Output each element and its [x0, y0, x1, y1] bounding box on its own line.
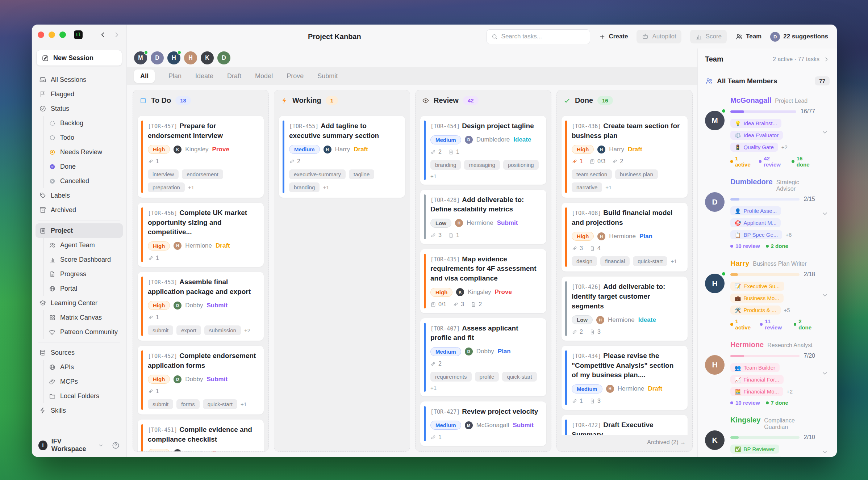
sidebar-item-project[interactable]: Project — [36, 223, 123, 238]
forward-button[interactable] — [113, 31, 121, 39]
skill-badge[interactable]: 👥Team Builder — [730, 363, 780, 372]
chevron-down-icon[interactable] — [820, 416, 830, 457]
task-card[interactable]: [TOR-454]Design project taglineMediumDDu… — [420, 116, 546, 185]
task-card[interactable]: [TOR-434]Please revise the "Competitive … — [562, 346, 688, 410]
team-button[interactable]: Team — [735, 33, 761, 40]
tag-pill[interactable]: preparation — [148, 182, 185, 192]
sidebar-item-agent-team[interactable]: Agent Team — [45, 238, 123, 252]
team-member-dumbledore[interactable]: DDumbledoreStrategic Advisor2/15👤Profile… — [705, 172, 830, 253]
tag-pill[interactable]: positioning — [503, 160, 539, 170]
tag-pill[interactable]: submit — [148, 325, 173, 335]
score-button[interactable]: Score — [690, 30, 727, 43]
skill-badge[interactable]: ⚖️Idea Evaluator — [730, 131, 783, 140]
sidebar-item-cancelled[interactable]: Cancelled — [45, 174, 123, 188]
task-card[interactable]: [TOR-426]Add deliverable to: Identify ta… — [562, 277, 688, 341]
avatar-harry[interactable]: H — [167, 51, 181, 65]
team-member-hermione[interactable]: HHermioneResearch Analyst7/20👥Team Build… — [705, 335, 830, 410]
tag-pill[interactable]: quick-start — [203, 399, 237, 409]
team-member-kingsley[interactable]: KKingsleyCompliance Guardian2/10✅BP Revi… — [705, 410, 830, 457]
task-card[interactable]: [TOR-407]Assess applicant profile and fi… — [420, 318, 546, 396]
sidebar-item-flagged[interactable]: Flagged — [36, 87, 123, 101]
tag-pill[interactable]: business plan — [615, 169, 658, 179]
tab-draft[interactable]: Draft — [227, 72, 241, 80]
avatar-dumbledore[interactable]: D — [150, 51, 164, 65]
tag-pill[interactable]: submit — [148, 399, 173, 409]
tab-plan[interactable]: Plan — [168, 72, 181, 80]
team-member-mcgonagall[interactable]: MMcGonagallProject Lead16/77💡Idea Brains… — [705, 90, 830, 172]
zoom-window-button[interactable] — [59, 31, 66, 38]
sidebar-item-learning-center[interactable]: Learning Center — [36, 296, 123, 310]
tag-pill[interactable]: submission — [204, 325, 241, 335]
search-input[interactable] — [501, 33, 585, 40]
avatar-dobby[interactable]: D — [217, 51, 231, 65]
tag-pill[interactable]: narrative — [572, 182, 602, 192]
tag-pill[interactable]: branding — [289, 182, 320, 192]
sidebar-item-labels[interactable]: Labels — [36, 188, 123, 203]
sidebar-item-portal[interactable]: Portal — [45, 281, 123, 296]
chevron-down-icon[interactable] — [820, 178, 830, 249]
sidebar-item-local-folders[interactable]: Local Folders — [45, 389, 123, 403]
skill-badge[interactable]: 🧮Financial Mo... — [730, 387, 783, 396]
sidebar-item-archived[interactable]: Archived — [36, 203, 123, 217]
back-button[interactable] — [99, 31, 107, 39]
tag-pill[interactable]: interview — [148, 169, 179, 179]
tab-prove[interactable]: Prove — [287, 72, 304, 80]
create-button[interactable]: Create — [599, 33, 628, 40]
sidebar-item-patreon-community[interactable]: Patreon Community — [45, 325, 123, 339]
skill-badge[interactable]: 💡Idea Brainst... — [730, 119, 781, 128]
tag-pill[interactable]: executive-summary — [289, 169, 346, 179]
team-member-harry[interactable]: HHarryBusiness Plan Writer2/18📝Executive… — [705, 253, 830, 335]
sidebar-item-sources[interactable]: Sources — [36, 345, 123, 360]
task-card[interactable]: [TOR-427]Review project velocityMediumMM… — [420, 401, 546, 446]
workspace-footer[interactable]: I IFV Workspace — [36, 434, 123, 457]
sidebar-item-all-sessions[interactable]: All Sessions — [36, 72, 123, 87]
avatar-kingsley[interactable]: K — [200, 51, 214, 65]
task-card[interactable]: [TOR-457]Prepare for endorsement intervi… — [138, 116, 264, 198]
tag-pill[interactable]: design — [572, 256, 597, 266]
close-window-button[interactable] — [38, 31, 44, 38]
search-box[interactable] — [487, 29, 590, 44]
tag-pill[interactable]: financial — [600, 256, 630, 266]
tab-model[interactable]: Model — [255, 72, 273, 80]
sidebar-item-mcps[interactable]: MCPs — [45, 374, 123, 389]
tag-pill[interactable]: team section — [572, 169, 612, 179]
chevron-down-icon[interactable] — [820, 341, 830, 406]
all-team-members-row[interactable]: All Team Members 77 — [698, 70, 837, 89]
tag-pill[interactable]: export — [176, 325, 201, 335]
task-card[interactable]: [TOR-456]Complete UK market opportunity … — [138, 203, 264, 267]
sidebar-item-status[interactable]: Status — [36, 101, 123, 116]
sidebar-item-done[interactable]: Done — [45, 159, 123, 174]
task-card[interactable]: [TOR-428]Add deliverable to: Define scal… — [420, 190, 546, 244]
tab-ideate[interactable]: Ideate — [195, 72, 213, 80]
skill-badge[interactable]: 🚦Quality Gate — [730, 143, 778, 152]
sidebar-item-matrix-canvas[interactable]: Matrix Canvas — [45, 310, 123, 325]
task-card[interactable]: [TOR-422]Draft Executive SummaryMediumMM… — [562, 415, 688, 435]
tag-pill[interactable]: endorsement — [182, 169, 223, 179]
tab-all[interactable]: All — [134, 70, 155, 83]
new-session-button[interactable]: New Session — [36, 50, 122, 66]
skill-badge[interactable]: 🎯Applicant M... — [730, 218, 781, 227]
minimize-window-button[interactable] — [49, 31, 55, 38]
sidebar-item-score-dashboard[interactable]: Score Dashboard — [45, 252, 123, 267]
tag-pill[interactable]: forms — [176, 399, 200, 409]
autopilot-button[interactable]: Autopilot — [637, 30, 681, 43]
tag-pill[interactable]: quick-start — [502, 372, 537, 382]
tag-pill[interactable]: branding — [430, 160, 461, 170]
sidebar-item-skills[interactable]: Skills — [36, 403, 123, 418]
skill-badge[interactable]: 📜Compliance ... — [730, 456, 783, 457]
task-card[interactable]: [TOR-451]Compile evidence and compliance… — [138, 420, 264, 451]
skill-badge[interactable]: 📈Financial For... — [730, 375, 784, 384]
help-icon[interactable] — [112, 441, 120, 450]
skill-badge[interactable]: ✅BP Reviewer — [730, 445, 779, 454]
sidebar-item-progress[interactable]: Progress — [45, 267, 123, 281]
avatar-mcgonagall[interactable]: M — [133, 51, 148, 65]
tag-pill[interactable]: tagline — [349, 169, 374, 179]
suggestions-button[interactable]: D 22 suggestions — [770, 32, 828, 42]
chevron-down-icon[interactable] — [820, 259, 830, 330]
tag-pill[interactable]: profile — [475, 372, 499, 382]
tab-submit[interactable]: Submit — [317, 72, 338, 80]
skill-badge[interactable]: 📋BP Spec Ge... — [730, 230, 782, 239]
skill-badge[interactable]: 💼Business Mo... — [730, 294, 784, 303]
archived-link[interactable]: Archived (2) → — [557, 435, 692, 451]
skill-badge[interactable]: 🛠️Products & ... — [730, 306, 781, 315]
